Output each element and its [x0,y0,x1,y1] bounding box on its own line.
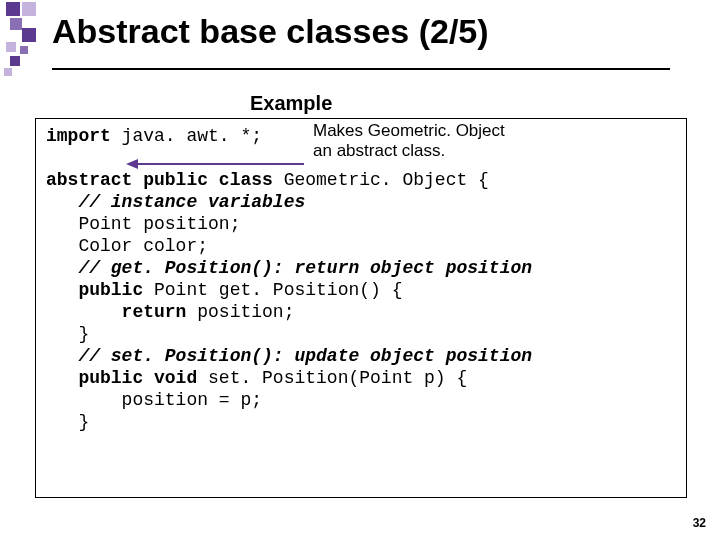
kw-import: import [46,126,111,146]
callout-line2: an abstract class. [313,141,548,161]
code-text: Point get. Position() { [143,280,402,300]
kw-public: public [46,280,143,300]
slide-title: Abstract base classes (2/5) [52,12,489,51]
code-text: java. awt. *; [111,126,262,146]
callout-line1: Makes Geometric. Object [313,121,548,141]
code-line-4: Point position; [46,213,676,235]
code-comment-setposition: // set. Position(): update object positi… [46,345,676,367]
code-line-8: public Point get. Position() { [46,279,676,301]
kw-return: return [46,302,186,322]
code-comment-getposition: // get. Position(): return object positi… [46,257,676,279]
page-number: 32 [693,516,706,530]
kw-public-void: public void [46,368,197,388]
accent-squares [0,0,38,83]
callout-annotation: Makes Geometric. Object an abstract clas… [313,121,548,161]
code-text: set. Position(Point p) { [197,368,467,388]
code-line-13: position = p; [46,389,676,411]
svg-marker-1 [126,159,138,169]
code-line-12: public void set. Position(Point p) { [46,367,676,389]
arrow-icon [126,155,306,169]
code-line-10: } [46,323,676,345]
example-heading: Example [250,92,332,115]
code-comment-instance-vars: // instance variables [46,191,676,213]
code-line-2: abstract public class Geometric. Object … [46,169,676,191]
title-underline [52,68,670,70]
code-text: Geometric. Object { [273,170,489,190]
code-example-box: Makes Geometric. Object an abstract clas… [35,118,687,498]
code-text: position; [186,302,294,322]
code-line-9: return position; [46,301,676,323]
code-line-14: } [46,411,676,433]
code-line-5: Color color; [46,235,676,257]
kw-abstract-public-class: abstract public class [46,170,273,190]
